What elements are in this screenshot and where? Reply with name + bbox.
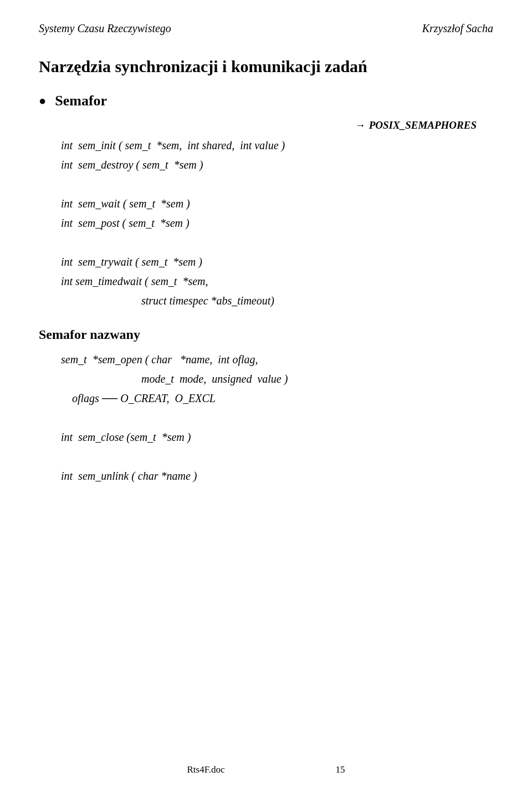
arrow-icon: → — [355, 119, 366, 131]
semafor-code-block: int sem_init ( sem_t *sem, int shared, i… — [61, 136, 493, 311]
footer-page-number: 15 — [336, 764, 345, 775]
code-line-sem-trywait: int sem_trywait ( sem_t *sem ) — [61, 252, 493, 272]
bullet-icon: ● — [39, 94, 46, 108]
footer-filename: Rts4F.doc — [187, 764, 224, 775]
code-line-sem-timedwait1: int sem_timedwait ( sem_t *sem, — [61, 272, 493, 291]
page-header: Systemy Czasu Rzeczywistego Krzyszłof Sa… — [39, 22, 493, 35]
semafor-title: Semafor — [55, 93, 107, 109]
code-line-blank4 — [61, 447, 493, 466]
semafor-nazwany-section: Semafor nazwany sem_t *sem_open ( char *… — [39, 327, 493, 486]
page-title: Narzędzia synchronizacji i komunikacji z… — [39, 57, 493, 76]
semafor-nazwany-code-block: sem_t *sem_open ( char *name, int oflag,… — [61, 350, 493, 486]
code-line-sem-open1: sem_t *sem_open ( char *name, int oflag, — [61, 350, 493, 369]
code-line-sem-timedwait2: struct timespec *abs_timeout) — [61, 291, 493, 311]
header-left-title: Systemy Czasu Rzeczywistego — [39, 22, 171, 35]
code-line-sem-init: int sem_init ( sem_t *sem, int shared, i… — [61, 136, 493, 155]
page: Systemy Czasu Rzeczywistego Krzyszłof Sa… — [0, 0, 532, 792]
code-line-sem-close: int sem_close (sem_t *sem ) — [61, 428, 493, 447]
semafor-section: ● Semafor → POSIX_SEMAPHORES int sem_ini… — [39, 93, 493, 311]
code-line-blank1 — [61, 175, 493, 194]
code-line-sem-unlink: int sem_unlink ( char *name ) — [61, 466, 493, 486]
code-line-blank3 — [61, 408, 493, 428]
code-line-sem-open2: mode_t mode, unsigned value ) — [61, 369, 493, 389]
posix-arrow-row: → POSIX_SEMAPHORES — [39, 119, 493, 131]
header-right-author: Krzyszłof Sacha — [422, 22, 493, 35]
code-line-sem-wait: int sem_wait ( sem_t *sem ) — [61, 194, 493, 214]
posix-label: POSIX_SEMAPHORES — [369, 119, 477, 131]
code-line-oflags: oflags ── O_CREAT, O_EXCL — [61, 389, 493, 408]
page-footer: Rts4F.doc 15 — [0, 764, 532, 775]
code-line-sem-post: int sem_post ( sem_t *sem ) — [61, 214, 493, 233]
code-line-sem-destroy: int sem_destroy ( sem_t *sem ) — [61, 155, 493, 175]
semafor-nazwany-title: Semafor nazwany — [39, 327, 493, 342]
semafor-section-header: ● Semafor — [39, 93, 493, 109]
code-line-blank2 — [61, 233, 493, 252]
